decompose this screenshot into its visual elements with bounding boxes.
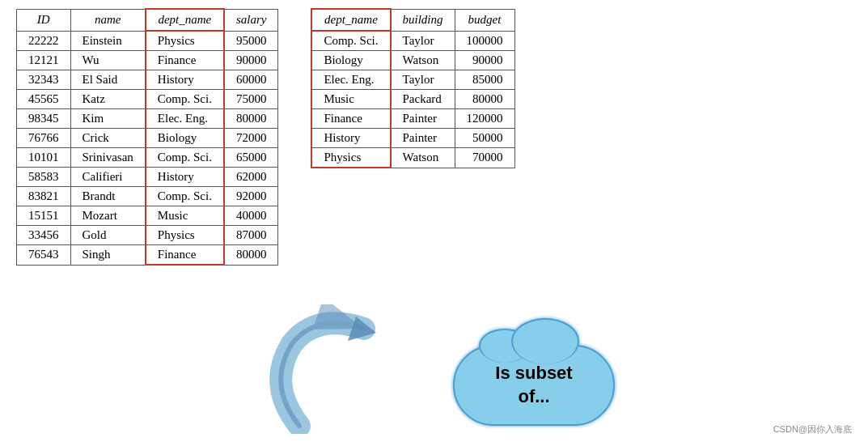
left-header-dept: dept_name — [146, 9, 224, 31]
cell-name: Katz — [70, 90, 146, 109]
left-header-salary: salary — [224, 9, 278, 31]
main-container: ID name dept_name salary 22222 Einstein … — [0, 0, 868, 274]
cell-salary: 62000 — [224, 168, 278, 187]
right-table-row: Finance Painter 120000 — [311, 109, 514, 129]
cell-dept: Comp. Sci. — [146, 148, 224, 168]
left-table-row: 58583 Califieri History 62000 — [17, 168, 278, 187]
right-header-building: building — [391, 9, 455, 31]
subset-arrow — [251, 304, 429, 434]
cell-dept: Finance — [146, 51, 224, 70]
watermark: CSDN@因你入海底 — [773, 423, 852, 436]
right-table-row: Music Packard 80000 — [311, 90, 514, 109]
cell-id: 58583 — [17, 168, 71, 187]
cell-name: Singh — [70, 245, 146, 266]
right-table-row: Comp. Sci. Taylor 100000 — [311, 31, 514, 51]
left-table-container: ID name dept_name salary 22222 Einstein … — [16, 8, 278, 266]
cell-name: Brandt — [70, 187, 146, 206]
cell-building: Packard — [391, 90, 455, 109]
left-table: ID name dept_name salary 22222 Einstein … — [16, 8, 278, 266]
cell-budget: 120000 — [455, 109, 514, 129]
cell-id: 76543 — [17, 245, 71, 266]
cell-dept: Biology — [146, 129, 224, 148]
cloud-text: Is subsetof... — [495, 362, 572, 408]
cell-id: 12121 — [17, 51, 71, 70]
left-table-row: 45565 Katz Comp. Sci. 75000 — [17, 90, 278, 109]
left-table-row: 98345 Kim Elec. Eng. 80000 — [17, 109, 278, 129]
left-table-row: 10101 Srinivasan Comp. Sci. 65000 — [17, 148, 278, 168]
cell-building: Taylor — [391, 31, 455, 51]
left-table-row: 32343 El Said History 60000 — [17, 70, 278, 90]
cell-salary: 60000 — [224, 70, 278, 90]
cell-budget: 90000 — [455, 51, 514, 70]
cell-budget: 85000 — [455, 70, 514, 90]
cell-name: Einstein — [70, 31, 146, 51]
cell-dept: Physics — [146, 31, 224, 51]
cell-salary: 65000 — [224, 148, 278, 168]
left-table-row: 76543 Singh Finance 80000 — [17, 245, 278, 266]
cell-budget: 50000 — [455, 129, 514, 148]
cell-building: Painter — [391, 129, 455, 148]
left-table-row: 83821 Brandt Comp. Sci. 92000 — [17, 187, 278, 206]
cell-id: 10101 — [17, 148, 71, 168]
cell-id: 83821 — [17, 187, 71, 206]
cell-dept: Comp. Sci. — [311, 31, 390, 51]
cell-salary: 92000 — [224, 187, 278, 206]
cell-building: Painter — [391, 109, 455, 129]
cell-salary: 80000 — [224, 245, 278, 266]
cell-name: Mozart — [70, 206, 146, 226]
right-header-budget: budget — [455, 9, 514, 31]
cell-name: Srinivasan — [70, 148, 146, 168]
cell-salary: 87000 — [224, 226, 278, 245]
cell-dept: Physics — [311, 148, 390, 168]
right-table-row: Elec. Eng. Taylor 85000 — [311, 70, 514, 90]
cell-building: Watson — [391, 51, 455, 70]
cell-salary: 40000 — [224, 206, 278, 226]
cell-dept: Physics — [146, 226, 224, 245]
cell-dept: Biology — [311, 51, 390, 70]
left-table-row: 12121 Wu Finance 90000 — [17, 51, 278, 70]
cell-id: 15151 — [17, 206, 71, 226]
right-table-row: Biology Watson 90000 — [311, 51, 514, 70]
cell-name: Kim — [70, 109, 146, 129]
left-header-id: ID — [17, 9, 71, 31]
cell-dept: Elec. Eng. — [311, 70, 390, 90]
cell-salary: 80000 — [224, 109, 278, 129]
cell-dept: History — [146, 70, 224, 90]
cell-name: Wu — [70, 51, 146, 70]
cell-budget: 100000 — [455, 31, 514, 51]
left-table-row: 76766 Crick Biology 72000 — [17, 129, 278, 148]
cell-dept: Music — [311, 90, 390, 109]
right-table-row: Physics Watson 70000 — [311, 148, 514, 168]
cell-name: Califieri — [70, 168, 146, 187]
cell-dept: Comp. Sci. — [146, 187, 224, 206]
cell-building: Watson — [391, 148, 455, 168]
right-table-container: dept_name building budget Comp. Sci. Tay… — [311, 8, 514, 168]
right-header-dept: dept_name — [311, 9, 390, 31]
cell-salary: 90000 — [224, 51, 278, 70]
cell-dept: Finance — [311, 109, 390, 129]
cell-name: Crick — [70, 129, 146, 148]
cell-dept: Elec. Eng. — [146, 109, 224, 129]
cell-id: 76766 — [17, 129, 71, 148]
cell-id: 98345 — [17, 109, 71, 129]
cell-dept: History — [146, 168, 224, 187]
cell-salary: 75000 — [224, 90, 278, 109]
cell-id: 45565 — [17, 90, 71, 109]
cell-dept: History — [311, 129, 390, 148]
cell-dept: Comp. Sci. — [146, 90, 224, 109]
cell-salary: 72000 — [224, 129, 278, 148]
right-table-row: History Painter 50000 — [311, 129, 514, 148]
cell-dept: Finance — [146, 245, 224, 266]
cell-budget: 70000 — [455, 148, 514, 168]
left-table-row: 33456 Gold Physics 87000 — [17, 226, 278, 245]
cell-salary: 95000 — [224, 31, 278, 51]
cell-name: El Said — [70, 70, 146, 90]
left-header-name: name — [70, 9, 146, 31]
annotation-area: Is subsetof... — [235, 288, 639, 434]
right-table: dept_name building budget Comp. Sci. Tay… — [311, 8, 514, 168]
left-table-row: 22222 Einstein Physics 95000 — [17, 31, 278, 51]
cell-id: 33456 — [17, 226, 71, 245]
cell-budget: 80000 — [455, 90, 514, 109]
left-table-row: 15151 Mozart Music 40000 — [17, 206, 278, 226]
cell-dept: Music — [146, 206, 224, 226]
